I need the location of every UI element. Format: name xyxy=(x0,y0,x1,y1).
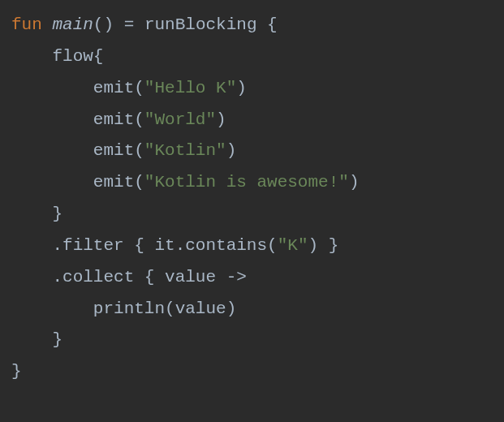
code-line-11: } xyxy=(11,325,493,356)
code-line-9: .collect { value -> xyxy=(11,262,493,294)
call-runblocking: runBlocking xyxy=(144,15,257,34)
brace-close: } xyxy=(52,205,62,223)
space xyxy=(42,15,53,34)
indent xyxy=(11,173,93,192)
call-emit: emit( xyxy=(93,141,144,160)
code-line-6: emit("Kotlin is awesome!") xyxy=(11,167,493,199)
call-emit: emit( xyxy=(93,110,144,129)
string-literal: "Kotlin" xyxy=(144,141,226,160)
paren-close: ) xyxy=(236,79,247,97)
indent xyxy=(11,47,52,66)
code-line-10: println(value) xyxy=(11,294,493,325)
code-line-12: } xyxy=(11,356,493,388)
call-emit: emit( xyxy=(93,79,144,97)
code-line-7: } xyxy=(11,199,493,230)
brace-open: { xyxy=(257,15,278,34)
indent xyxy=(11,299,93,318)
string-literal: "World" xyxy=(144,110,216,129)
brace-close: } xyxy=(52,330,62,349)
indent xyxy=(11,141,93,160)
brace-close: } xyxy=(11,362,22,381)
dot: . xyxy=(52,236,62,255)
code-line-2: flow{ xyxy=(11,41,493,73)
code-line-3: emit("Hello K") xyxy=(11,73,493,105)
code-line-4: emit("World") xyxy=(11,105,493,136)
call-flow: flow xyxy=(52,47,93,66)
string-literal: "Kotlin is awesome!" xyxy=(144,173,349,192)
parens: () xyxy=(93,15,114,34)
brace-open: { xyxy=(93,47,104,66)
call-println: println(value) xyxy=(93,299,236,318)
paren-close: ) xyxy=(216,110,226,129)
paren-close: ) } xyxy=(308,236,339,255)
call-filter: filter { it.contains( xyxy=(62,236,278,255)
function-name-main: main xyxy=(52,15,93,34)
paren-close: ) xyxy=(226,141,237,160)
code-line-5: emit("Kotlin") xyxy=(11,136,493,167)
indent xyxy=(11,236,52,255)
call-emit: emit( xyxy=(93,173,144,192)
dot: . xyxy=(52,268,62,286)
string-literal: "K" xyxy=(278,236,308,255)
call-collect: collect { value -> xyxy=(62,268,247,286)
indent xyxy=(11,205,52,223)
indent xyxy=(11,110,93,129)
code-editor[interactable]: fun main() = runBlocking { flow{ emit("H… xyxy=(11,10,493,388)
indent xyxy=(11,268,52,286)
equals: = xyxy=(114,15,144,34)
code-line-1: fun main() = runBlocking { xyxy=(11,10,493,41)
code-line-8: .filter { it.contains("K") } xyxy=(11,230,493,262)
string-literal: "Hello K" xyxy=(144,79,236,97)
indent xyxy=(11,79,93,97)
indent xyxy=(11,330,52,349)
paren-close: ) xyxy=(349,173,360,192)
keyword-fun: fun xyxy=(11,15,42,34)
